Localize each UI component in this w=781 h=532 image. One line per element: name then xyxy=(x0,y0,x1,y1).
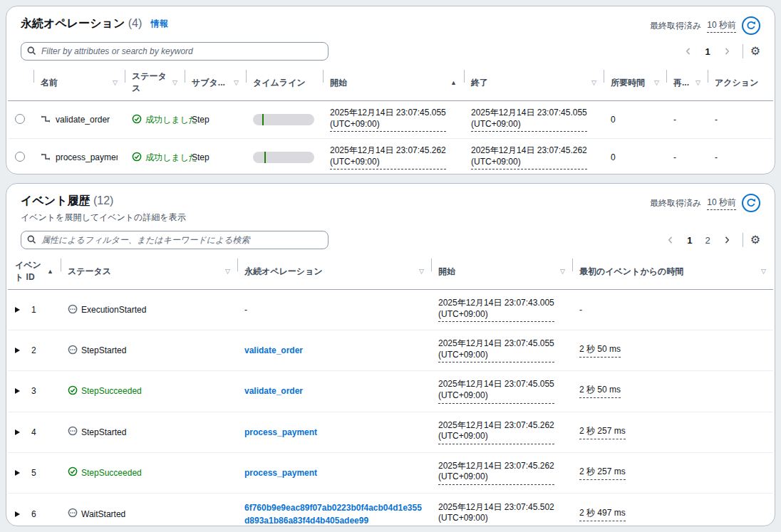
event-id: 3 xyxy=(31,386,36,396)
timestamp: 2025年12月14日 23:07:45.055(UTC+09:00) xyxy=(330,108,446,132)
duration-value: 0 xyxy=(611,152,616,162)
event-row: 1ExecutionStarted-2025年12月14日 23:07:43.0… xyxy=(8,290,773,330)
in-progress-icon xyxy=(68,345,78,355)
timestamp-timezone: (UTC+09:00) xyxy=(438,350,554,363)
timestamp: 2025年12月14日 23:07:45.262(UTC+09:00) xyxy=(330,145,446,169)
pagination-next-button[interactable] xyxy=(718,45,735,58)
expand-row-icon[interactable] xyxy=(15,429,20,435)
sort-down-icon[interactable]: ▽ xyxy=(419,268,424,275)
event-status-text: StepSucceeded xyxy=(81,468,142,478)
row-radio-button[interactable] xyxy=(15,152,25,162)
settings-gear-icon[interactable]: ⚙ xyxy=(750,234,760,246)
timestamp-timezone: (UTC+09:00) xyxy=(438,471,554,485)
sort-down-icon[interactable]: ▽ xyxy=(695,79,700,86)
event-operation-cell: process_payment xyxy=(237,452,431,493)
timestamp-date: 2025年12月14日 23:07:45.055 xyxy=(438,379,554,390)
event-status-cell: WaitStarted xyxy=(61,493,237,526)
sort-down-icon[interactable]: ▽ xyxy=(172,79,177,86)
event-id: 4 xyxy=(31,427,36,437)
pagination-page-1[interactable]: 1 xyxy=(682,234,697,247)
event-status-text: StepStarted xyxy=(81,345,126,355)
success-icon xyxy=(132,114,142,124)
refresh-icon xyxy=(746,21,756,31)
pagination-page-2[interactable]: 2 xyxy=(700,234,715,247)
operation-name: process_payment xyxy=(41,152,118,164)
sort-down-icon[interactable]: ▽ xyxy=(234,79,239,86)
duration-cell: 0 xyxy=(604,101,666,139)
ops-last-fetched-label: 最終取得済み xyxy=(650,20,701,32)
sort-ascending-icon[interactable]: ▲ xyxy=(450,79,457,86)
column-header-名前[interactable]: 名前▽ xyxy=(33,68,125,101)
pagination-next-button[interactable] xyxy=(718,234,735,246)
column-header-ステータス[interactable]: ステータス▽ xyxy=(125,68,185,101)
duration-cell: 0 xyxy=(604,139,666,174)
step-icon xyxy=(41,152,51,162)
operation-name-text: validate_order xyxy=(56,115,110,125)
event-operation-cell: process_payment xyxy=(237,412,431,452)
expand-row-icon[interactable] xyxy=(15,470,20,476)
subtype-cell: Step xyxy=(185,139,246,174)
column-header-アクション[interactable]: アクション xyxy=(708,68,773,101)
column-header-開始[interactable]: 開始▲ xyxy=(323,68,464,101)
operations-count: (4) xyxy=(128,17,143,29)
operation-link[interactable]: process_payment xyxy=(244,427,317,437)
elapsed-value: 2 秒 50 ms xyxy=(579,343,621,358)
expand-row-icon[interactable] xyxy=(15,307,20,313)
sort-down-icon[interactable]: ▽ xyxy=(113,79,118,86)
timestamp: 2025年12月14日 23:07:45.055(UTC+09:00) xyxy=(438,379,554,403)
sort-ascending-icon[interactable]: ▲ xyxy=(47,268,53,275)
column-header-永続オペレーション[interactable]: 永続オペレーション▽ xyxy=(237,256,431,290)
subtype-cell: Step xyxy=(185,101,246,139)
ops-filter-input[interactable] xyxy=(21,42,329,61)
column-header-所要時間[interactable]: 所要時間▽ xyxy=(604,68,666,101)
column-header-ステータス[interactable]: ステータス▽ xyxy=(61,256,237,290)
events-filter-input[interactable] xyxy=(21,231,329,249)
status-cell: 成功しました. xyxy=(125,101,185,139)
chevron-left-icon xyxy=(684,46,693,56)
events-table: イベント ID▲ステータス▽永続オペレーション▽開始▽最初のイベントからの時間▽… xyxy=(8,256,773,526)
sort-down-icon[interactable]: ▽ xyxy=(761,268,766,275)
operation-link[interactable]: validate_order xyxy=(244,386,303,396)
timestamp-cell: 2025年12月14日 23:07:45.055(UTC+09:00) xyxy=(431,330,572,371)
refresh-button[interactable] xyxy=(742,194,760,212)
column-label: ステータス xyxy=(68,266,111,278)
column-header-最初のイベントからの時間[interactable]: 最初のイベントからの時間▽ xyxy=(572,256,773,290)
timeline-bar xyxy=(253,152,314,163)
retry-cell: - xyxy=(666,101,708,139)
expand-row-icon[interactable] xyxy=(15,388,20,394)
expand-row-icon[interactable] xyxy=(15,348,20,353)
column-label: 所要時間 xyxy=(611,77,645,89)
sort-down-icon[interactable]: ▽ xyxy=(560,268,565,275)
sort-down-icon[interactable]: ▽ xyxy=(654,79,659,86)
operation-link[interactable]: 6f760b9e9eac89f07ab0223b0f4acb04d1e355d8… xyxy=(244,503,422,526)
column-header-サブタ...[interactable]: サブタ...▽ xyxy=(185,68,246,101)
event-row: 3StepSucceededvalidate_order2025年12月14日 … xyxy=(8,371,773,412)
events-description: イベントを展開してイベントの詳細を表示 xyxy=(21,212,186,224)
operation-none: - xyxy=(244,305,247,315)
operation-link[interactable]: validate_order xyxy=(244,345,303,355)
sort-down-icon[interactable]: ▽ xyxy=(225,268,230,275)
sort-down-icon[interactable]: ▽ xyxy=(591,79,596,86)
operation-link[interactable]: process_payment xyxy=(244,468,317,478)
column-header-終了[interactable]: 終了▽ xyxy=(464,68,604,101)
timestamp-timezone: (UTC+09:00) xyxy=(471,119,587,132)
event-status-text: StepSucceeded xyxy=(81,386,142,396)
column-label: ステータス xyxy=(132,71,170,95)
column-header-タイムライン[interactable]: タイムライン xyxy=(246,68,323,101)
pagination-prev-button[interactable] xyxy=(680,45,697,58)
pagination-prev-button[interactable] xyxy=(662,234,679,246)
refresh-button[interactable] xyxy=(742,16,760,35)
pagination-page-1[interactable]: 1 xyxy=(700,45,715,58)
info-link[interactable]: 情報 xyxy=(151,19,168,28)
event-status-badge: StepStarted xyxy=(68,426,230,438)
column-header-イベント ID[interactable]: イベント ID▲ xyxy=(8,256,61,290)
event-row: 4StepStartedprocess_payment2025年12月14日 2… xyxy=(8,412,773,452)
ops-pagination: 1⚙ xyxy=(680,44,760,58)
column-header-開始[interactable]: 開始▽ xyxy=(431,256,572,290)
column-header-再...[interactable]: 再...▽ xyxy=(666,68,708,101)
in-progress-icon xyxy=(68,426,78,436)
chevron-left-icon xyxy=(666,235,675,245)
row-radio-button[interactable] xyxy=(15,114,25,124)
expand-row-icon[interactable] xyxy=(15,511,20,517)
settings-gear-icon[interactable]: ⚙ xyxy=(750,46,760,57)
